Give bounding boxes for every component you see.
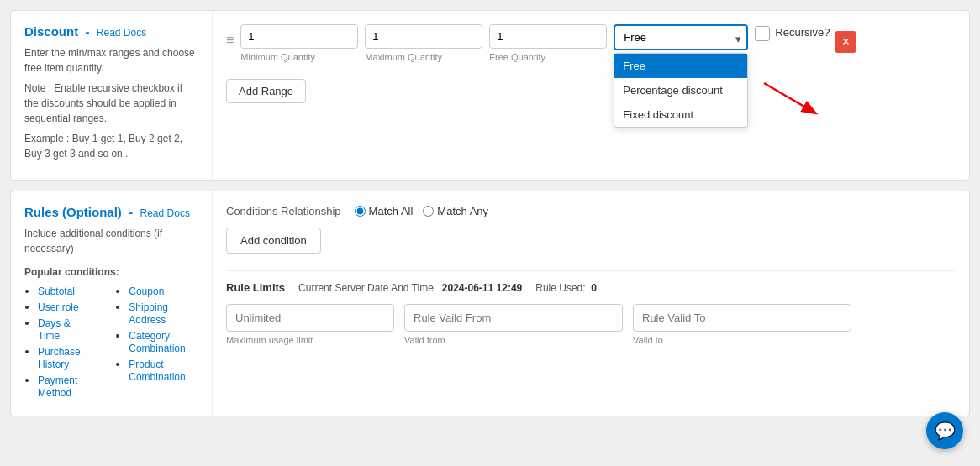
discount-panel: Discount - Read Docs Enter the min/max r…: [10, 10, 970, 181]
dropdown-item-fixed[interactable]: Fixed discount: [614, 102, 747, 127]
min-qty-label: Minimum Quantity: [240, 52, 315, 62]
server-date-value: 2024-06-11 12:49: [442, 282, 522, 294]
min-qty-input[interactable]: [240, 24, 358, 49]
popular-purchase-history-link[interactable]: Purchase History: [38, 346, 81, 370]
list-item: Product Combination: [129, 358, 198, 383]
add-range-button[interactable]: Add Range: [226, 79, 306, 103]
valid-from-label: Vaild from: [404, 335, 623, 345]
list-item: Purchase History: [38, 345, 90, 370]
rules-description: Include additional conditions (if necess…: [24, 226, 198, 256]
discount-type-select[interactable]: Free Percentage discount Fixed discount: [614, 24, 748, 50]
dropdown-item-free[interactable]: Free: [614, 54, 747, 78]
popular-category-combination-link[interactable]: Category Combination: [129, 330, 185, 354]
unlimited-group: Maximum usage limit: [226, 304, 394, 345]
discount-description: Enter the min/max ranges and choose free…: [24, 45, 198, 76]
valid-to-label: Vaild to: [633, 335, 851, 345]
recursive-checkbox[interactable]: [755, 26, 770, 41]
rules-title: Rules (Optional) - Read Docs: [24, 205, 198, 219]
conditions-relationship-label: Conditions Relationship: [226, 205, 341, 217]
server-date: Current Server Date And Time: 2024-06-11…: [298, 282, 522, 294]
free-qty-group: Free Quantity: [489, 24, 607, 62]
rules-panel-left: Rules (Optional) - Read Docs Include add…: [11, 191, 213, 416]
discount-panel-left: Discount - Read Docs Enter the min/max r…: [11, 11, 213, 180]
discount-title: Discount - Read Docs: [24, 24, 198, 39]
rule-used-label: Rule Used:: [535, 282, 585, 294]
list-item: Shipping Address: [129, 301, 198, 326]
rule-limits-header: Rule Limits Current Server Date And Time…: [226, 281, 956, 294]
popular-coupon-link[interactable]: Coupon: [129, 285, 164, 297]
popular-user-role-link[interactable]: User role: [38, 301, 79, 313]
match-all-radio[interactable]: [355, 206, 366, 217]
free-qty-input[interactable]: [489, 24, 607, 49]
valid-to-input[interactable]: [633, 304, 851, 332]
popular-product-combination-link[interactable]: Product Combination: [129, 359, 185, 383]
popular-conditions-title: Popular conditions:: [24, 264, 198, 280]
match-all-option[interactable]: Match All: [355, 205, 414, 217]
rules-read-docs-link[interactable]: Read Docs: [140, 207, 190, 219]
match-radio-group: Match All Match Any: [355, 205, 488, 217]
discount-read-docs-link[interactable]: Read Docs: [97, 27, 146, 39]
list-item: Days & Time: [38, 317, 90, 342]
discount-title-text: Discount: [24, 24, 78, 39]
max-qty-label: Maximum Quantity: [365, 52, 442, 62]
rules-panel-right: Conditions Relationship Match All Match …: [213, 191, 969, 416]
chat-bubble-button[interactable]: 💬: [926, 412, 963, 449]
popular-days-time-link[interactable]: Days & Time: [38, 317, 71, 342]
server-date-label: Current Server Date And Time:: [298, 282, 436, 294]
unlimited-input[interactable]: [226, 304, 394, 332]
match-any-label: Match Any: [437, 205, 488, 217]
dropdown-arrow-indicator: [756, 75, 831, 128]
list-item: Category Combination: [129, 329, 198, 354]
popular-col-1: Subtotal User role Days & Time Purchase …: [24, 285, 90, 402]
popular-payment-method-link[interactable]: Payment Method: [38, 374, 77, 399]
popular-shipping-address-link[interactable]: Shipping Address: [129, 301, 168, 326]
valid-from-input[interactable]: [404, 304, 623, 332]
recursive-delete-row: Recursive? ×: [755, 26, 856, 53]
popular-conditions-cols: Subtotal User role Days & Time Purchase …: [24, 285, 198, 402]
conditions-relationship-row: Conditions Relationship Match All Match …: [226, 205, 956, 217]
rule-used-value: 0: [591, 282, 597, 294]
rules-title-text: Rules (Optional): [24, 205, 122, 219]
add-condition-button[interactable]: Add condition: [226, 228, 321, 254]
svg-line-1: [764, 83, 814, 113]
match-any-radio[interactable]: [423, 206, 434, 217]
list-item: Payment Method: [38, 374, 90, 399]
drag-handle-icon[interactable]: ≡: [226, 33, 234, 48]
chat-icon: 💬: [935, 421, 956, 441]
max-qty-group: Maximum Quantity: [365, 24, 482, 62]
popular-col-2: Coupon Shipping Address Category Combina…: [115, 285, 198, 402]
discount-top-row: ≡ Minimum Quantity Maximum Quantity Free…: [226, 24, 956, 62]
rule-used: Rule Used: 0: [535, 282, 597, 294]
match-any-option[interactable]: Match Any: [423, 205, 488, 217]
discount-type-menu: Free Percentage discount Fixed discount: [614, 53, 748, 128]
free-qty-label: Free Quantity: [489, 52, 545, 62]
min-qty-group: Minimum Quantity: [240, 24, 358, 62]
list-item: User role: [38, 301, 90, 313]
discount-example: Example : Buy 1 get 1, Buy 2 get 2, Buy …: [24, 131, 198, 161]
rule-limits-section: Rule Limits Current Server Date And Time…: [226, 270, 956, 345]
unlimited-label: Maximum usage limit: [226, 335, 394, 345]
rule-inputs-row: Maximum usage limit Vaild from Vaild to: [226, 304, 956, 345]
discount-note: Note : Enable recursive checkbox if the …: [24, 81, 198, 126]
rule-limits-title: Rule Limits: [226, 281, 285, 294]
valid-from-group: Vaild from: [404, 304, 623, 345]
popular-subtotal-link[interactable]: Subtotal: [38, 285, 75, 297]
rules-panel: Rules (Optional) - Read Docs Include add…: [10, 191, 970, 416]
match-all-label: Match All: [369, 205, 414, 217]
list-item: Subtotal: [38, 285, 90, 297]
discount-type-dropdown-wrapper: Free Percentage discount Fixed discount …: [614, 24, 748, 50]
valid-to-group: Vaild to: [633, 304, 851, 345]
max-qty-input[interactable]: [365, 24, 482, 49]
delete-range-button[interactable]: ×: [835, 31, 856, 53]
discount-panel-right: ≡ Minimum Quantity Maximum Quantity Free…: [213, 11, 969, 180]
recursive-label: Recursive?: [775, 26, 830, 39]
dropdown-item-percentage[interactable]: Percentage discount: [614, 78, 747, 102]
list-item: Coupon: [129, 285, 198, 297]
